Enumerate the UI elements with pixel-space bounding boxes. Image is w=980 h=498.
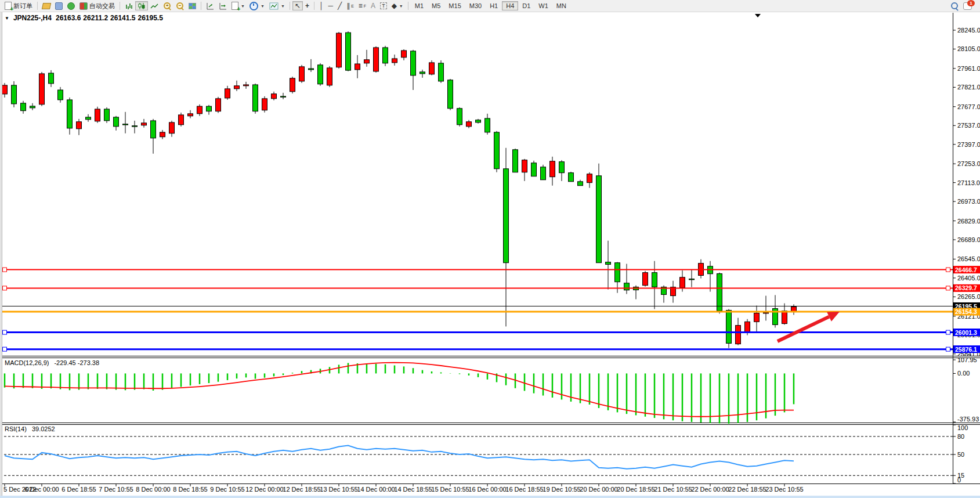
text-label-button[interactable]: T xyxy=(378,1,389,10)
line-handle[interactable] xyxy=(3,286,7,290)
notifications-button[interactable]: 1 xyxy=(961,1,974,10)
timeframe-m30-button[interactable]: M30 xyxy=(465,1,486,10)
chat-bubble-icon: 1 xyxy=(963,2,972,10)
candle-body xyxy=(764,313,769,313)
bar-chart-button[interactable] xyxy=(122,1,135,10)
timeframe-w1-button[interactable]: W1 xyxy=(534,1,552,10)
toolbar-separator xyxy=(314,2,314,10)
timeframe-m1-button[interactable]: M1 xyxy=(411,1,428,10)
horizontal-line-button[interactable]: ─ xyxy=(326,1,335,10)
candle-body xyxy=(643,273,648,286)
candlestick-chart-icon xyxy=(138,2,146,10)
line-chart-button[interactable] xyxy=(148,1,161,10)
trendline-button[interactable]: ╱ xyxy=(335,1,344,10)
autotrading-button[interactable]: 自动交易 xyxy=(77,1,117,10)
chart-shift-icon xyxy=(219,2,227,10)
window-bottom-edge xyxy=(0,496,980,498)
price-tick-label: 26973.0 xyxy=(957,198,980,205)
candle-body xyxy=(420,72,425,74)
timeframe-m5-button[interactable]: M5 xyxy=(428,1,444,10)
tile-windows-button[interactable] xyxy=(186,1,198,10)
macd-tick-label: 0.00 xyxy=(957,370,970,377)
symbol-collapse-icon[interactable]: ▼ xyxy=(5,16,9,21)
horizontal-line-icon: ─ xyxy=(328,2,333,10)
candle-body xyxy=(123,124,128,125)
timeframe-mn-button[interactable]: MN xyxy=(552,1,570,10)
cursor-button[interactable]: ↖ xyxy=(292,1,303,10)
zoom-in-icon: + xyxy=(163,2,171,10)
price-tick-label: 26405.0 xyxy=(957,275,980,282)
candle-body xyxy=(494,132,500,169)
candle-body xyxy=(160,132,165,137)
signals-button[interactable] xyxy=(65,1,77,10)
chart-symbol-period: JPN225-,H4 xyxy=(13,14,52,22)
candle-body xyxy=(21,103,26,111)
candle-body xyxy=(299,67,305,81)
chart-shift-button[interactable] xyxy=(216,1,229,10)
auto-scroll-icon xyxy=(206,2,214,10)
vertical-line-button[interactable]: │ xyxy=(317,1,326,10)
timeframe-toolbar: M1M5M15M30H1H4D1W1MN xyxy=(411,1,570,10)
auto-scroll-button[interactable] xyxy=(204,1,216,10)
candle-body xyxy=(290,78,295,92)
new-order-label: 新订单 xyxy=(13,2,32,10)
price-tick-label: 27397.0 xyxy=(957,141,980,148)
candle-body xyxy=(225,89,230,98)
shapes-button[interactable]: ◆▼ xyxy=(389,1,406,10)
price-level-badge-label: 25876.1 xyxy=(955,346,977,353)
line-handle[interactable] xyxy=(3,330,7,334)
price-tick-label: 27537.0 xyxy=(957,122,980,129)
price-level-badge-label: 26329.7 xyxy=(955,284,977,291)
vertical-line-icon: │ xyxy=(319,2,324,10)
candle-body xyxy=(49,73,54,84)
candle-body xyxy=(559,162,565,173)
line-handle[interactable] xyxy=(946,286,950,290)
fibonacci-button[interactable]: ≡F xyxy=(356,1,368,10)
zoom-in-button[interactable]: + xyxy=(161,1,173,10)
text-button[interactable]: A xyxy=(368,1,378,10)
line-handle[interactable] xyxy=(3,268,7,272)
timeframe-h1-button[interactable]: H1 xyxy=(486,1,502,10)
bar-chart-icon xyxy=(125,2,133,10)
market-watch-button[interactable] xyxy=(40,1,53,10)
new-order-button[interactable]: + 新订单 xyxy=(2,1,35,10)
candle-body xyxy=(522,160,527,172)
price-tick-label: 27253.0 xyxy=(957,160,980,167)
line-handle[interactable] xyxy=(946,330,950,334)
time-label: 23 Dec 10:55 xyxy=(765,486,803,493)
line-handle[interactable] xyxy=(946,268,950,272)
period-button[interactable]: ▼ xyxy=(247,1,267,10)
candlestick-chart-button[interactable] xyxy=(135,1,148,10)
candle-body xyxy=(448,80,453,109)
candle-body xyxy=(272,94,277,99)
candle-body xyxy=(2,85,8,94)
chart-left-border xyxy=(0,11,2,498)
timeframe-h4-button[interactable]: H4 xyxy=(502,1,518,10)
candle-body xyxy=(197,106,202,114)
candle-body xyxy=(754,313,760,322)
crosshair-button[interactable]: + xyxy=(303,1,312,10)
templates-button[interactable]: ▼ xyxy=(267,1,287,10)
zoom-out-button[interactable]: − xyxy=(173,1,186,10)
scroll-to-end-marker[interactable] xyxy=(755,14,761,17)
toolbar-separator xyxy=(120,2,120,10)
line-handle[interactable] xyxy=(946,347,950,351)
line-handle[interactable] xyxy=(3,347,7,351)
autotrading-label: 自动交易 xyxy=(89,2,115,10)
ohlc-close: 26195.5 xyxy=(138,14,162,22)
notification-badge: 1 xyxy=(967,0,975,6)
trendline-icon: ╱ xyxy=(338,2,342,10)
candle-body xyxy=(411,51,416,75)
timeframe-d1-button[interactable]: D1 xyxy=(518,1,534,10)
equidistant-channel-button[interactable]: ∥E xyxy=(344,1,356,10)
new-chart-button[interactable]: +▼ xyxy=(229,1,247,10)
candle-body xyxy=(253,85,258,111)
time-label: 8 Dec 18:55 xyxy=(173,486,207,493)
timeframe-m15-button[interactable]: M15 xyxy=(444,1,465,10)
time-label: 12 Dec 00:00 xyxy=(245,486,283,493)
time-label: 19 Dec 10:55 xyxy=(543,486,580,493)
candle-body xyxy=(504,169,509,263)
time-label: 9 Dec 10:55 xyxy=(210,486,244,493)
search-button[interactable] xyxy=(948,1,961,10)
data-window-button[interactable] xyxy=(53,1,65,10)
